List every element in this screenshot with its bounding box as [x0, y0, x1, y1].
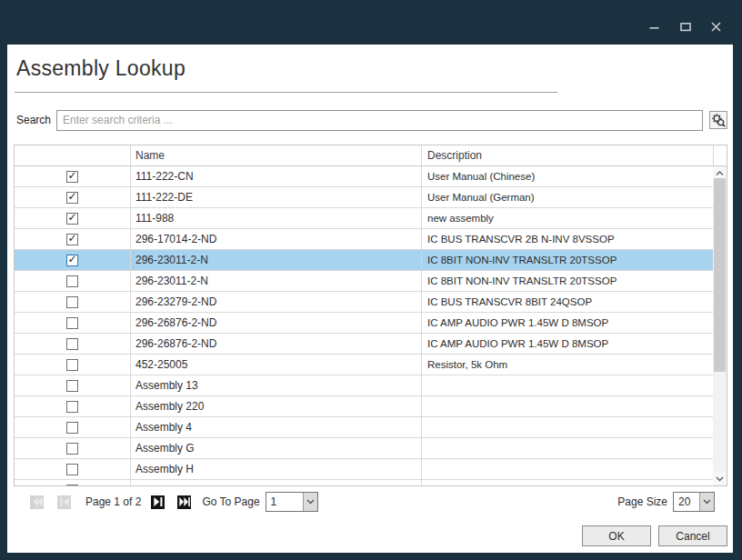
checkbox-cell: ✓ — [15, 313, 131, 333]
row-description-cell — [422, 417, 713, 437]
table-row[interactable]: ✓ Assembly 13 — [15, 375, 713, 396]
table-row[interactable]: ✓ Assy 2 — [15, 480, 713, 485]
ok-button[interactable]: OK — [582, 525, 651, 546]
row-name-cell: 296-23011-2-N — [131, 271, 422, 291]
go-to-page-value: 1 — [266, 493, 303, 511]
page-size-select[interactable]: 20 — [673, 492, 715, 512]
table-row[interactable]: ✓ 452-25005 Resistor, 5k Ohm — [15, 355, 713, 375]
row-description-cell: IC 8BIT NON-INV TRANSLTR 20TSSOP — [422, 250, 713, 270]
row-checkbox[interactable]: ✓ — [66, 192, 78, 204]
table-row[interactable]: ✓ 296-26876-2-ND IC AMP AUDIO PWR 1.45W … — [15, 313, 713, 334]
row-name-cell: Assembly 13 — [131, 375, 422, 395]
row-checkbox[interactable]: ✓ — [66, 338, 78, 350]
row-name-cell: 296-23011-2-N — [131, 250, 422, 270]
checkbox-cell: ✓ — [15, 271, 131, 291]
checkbox-cell: ✓ — [15, 229, 131, 249]
previous-page-icon[interactable] — [57, 495, 71, 509]
close-icon[interactable] — [710, 21, 722, 33]
titlebar[interactable] — [0, 0, 742, 45]
row-checkbox[interactable]: ✓ — [66, 255, 78, 266]
column-header-description[interactable]: Description — [422, 145, 713, 165]
table-row[interactable]: ✓ 296-23279-2-ND IC BUS TRANSCVR 8BIT 24… — [15, 292, 713, 313]
table-row[interactable]: ✓ 296-23011-2-N IC 8BIT NON-INV TRANSLTR… — [15, 250, 713, 271]
row-description-cell: Resistor, 5k Ohm — [422, 355, 713, 375]
row-checkbox[interactable]: ✓ — [66, 422, 78, 434]
row-checkbox[interactable]: ✓ — [66, 275, 78, 287]
row-description-cell — [422, 396, 713, 416]
last-page-icon[interactable] — [177, 495, 191, 509]
table-row[interactable]: ✓ 111-222-CN User Manual (Chinese) — [15, 166, 713, 187]
row-description-cell — [422, 459, 713, 479]
checkmark-icon: ✓ — [67, 170, 76, 181]
vertical-scrollbar[interactable] — [713, 166, 727, 485]
table-row[interactable]: ✓ 111-222-DE User Manual (German) — [15, 187, 713, 208]
column-header-scrollbar-spacer — [713, 145, 727, 165]
title-divider — [15, 92, 557, 93]
checkmark-icon: ✓ — [67, 212, 76, 223]
table-row[interactable]: ✓ Assembly G — [15, 438, 713, 459]
cancel-button[interactable]: Cancel — [658, 525, 727, 546]
checkbox-cell: ✓ — [15, 438, 131, 458]
checkbox-cell: ✓ — [15, 250, 131, 270]
table-header: Name Description — [15, 145, 727, 166]
row-checkbox[interactable]: ✓ — [66, 464, 78, 475]
checkbox-cell: ✓ — [15, 187, 131, 207]
row-description-cell: IC AMP AUDIO PWR 1.45W D 8MSOP — [422, 334, 713, 354]
minimize-icon[interactable] — [648, 21, 660, 33]
row-checkbox[interactable]: ✓ — [66, 359, 78, 371]
table-row[interactable]: ✓ Assembly 220 — [15, 396, 713, 417]
checkbox-cell: ✓ — [15, 208, 131, 228]
page-status: Page 1 of 2 — [85, 495, 141, 508]
page-size-label: Page Size — [617, 495, 667, 508]
row-checkbox[interactable]: ✓ — [66, 234, 78, 245]
go-to-page-select[interactable]: 1 — [266, 492, 318, 512]
row-name-cell: Assy 2 — [131, 480, 422, 485]
chevron-down-icon[interactable] — [699, 493, 714, 511]
row-checkbox[interactable]: ✓ — [66, 171, 78, 183]
table-row[interactable]: ✓ Assembly H — [15, 459, 713, 480]
table-row[interactable]: ✓ 296-26876-2-ND IC AMP AUDIO PWR 1.45W … — [15, 334, 713, 355]
row-checkbox[interactable]: ✓ — [66, 443, 78, 455]
first-page-icon[interactable] — [30, 495, 44, 509]
search-options-button[interactable] — [709, 111, 727, 129]
scroll-down-icon[interactable] — [713, 472, 727, 485]
scrollbar-thumb[interactable] — [714, 178, 726, 372]
column-header-name[interactable]: Name — [131, 145, 422, 165]
page-size-group: Page Size 20 — [617, 492, 715, 512]
table-row[interactable]: ✓ 296-23011-2-N IC 8BIT NON-INV TRANSLTR… — [15, 271, 713, 292]
row-name-cell: Assembly 220 — [131, 396, 422, 416]
row-description-cell: User Manual (German) — [422, 187, 713, 207]
page-size-value: 20 — [674, 493, 699, 511]
row-checkbox[interactable]: ✓ — [66, 296, 78, 308]
page-title: Assembly Lookup — [16, 56, 186, 81]
row-description-cell — [422, 480, 713, 485]
row-checkbox[interactable]: ✓ — [66, 317, 78, 329]
row-description-cell: IC 8BIT NON-INV TRANSLTR 20TSSOP — [422, 271, 713, 291]
checkbox-cell: ✓ — [15, 292, 131, 312]
table-row[interactable]: ✓ 111-988 new assembly — [15, 208, 713, 229]
row-checkbox[interactable]: ✓ — [66, 380, 78, 392]
row-name-cell: Assembly G — [131, 438, 422, 458]
assembly-lookup-dialog: Assembly Lookup Search — [7, 45, 733, 553]
row-name-cell: Assembly 4 — [131, 417, 422, 437]
maximize-icon[interactable] — [679, 21, 691, 33]
table-row[interactable]: ✓ 296-17014-2-ND IC BUS TRANSCVR 2B N-IN… — [15, 229, 713, 250]
checkbox-cell: ✓ — [15, 355, 131, 375]
checkbox-cell: ✓ — [15, 166, 131, 186]
next-page-icon[interactable] — [151, 495, 165, 509]
search-label: Search — [16, 114, 51, 126]
search-input[interactable] — [56, 110, 703, 131]
row-name-cell: 296-17014-2-ND — [131, 229, 422, 249]
row-name-cell: Assembly H — [131, 459, 422, 479]
table-rows: ✓ 111-222-CN User Manual (Chinese) ✓ 111… — [15, 166, 713, 485]
row-checkbox[interactable]: ✓ — [66, 485, 78, 486]
gear-magnifier-icon — [711, 113, 726, 127]
chevron-down-icon[interactable] — [303, 493, 317, 511]
checkmark-icon: ✓ — [67, 191, 76, 202]
table-row[interactable]: ✓ Assembly 4 — [15, 417, 713, 438]
checkbox-cell: ✓ — [15, 417, 131, 437]
row-checkbox[interactable]: ✓ — [66, 401, 78, 413]
row-checkbox[interactable]: ✓ — [66, 213, 78, 225]
row-name-cell: 111-988 — [131, 208, 422, 228]
checkbox-cell: ✓ — [15, 459, 131, 479]
